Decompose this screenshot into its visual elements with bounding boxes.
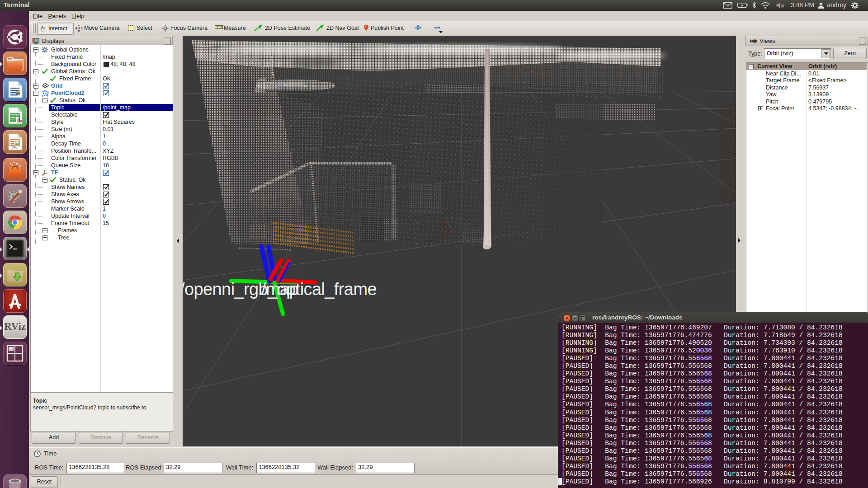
svg-text:/map: /map: [261, 280, 298, 299]
